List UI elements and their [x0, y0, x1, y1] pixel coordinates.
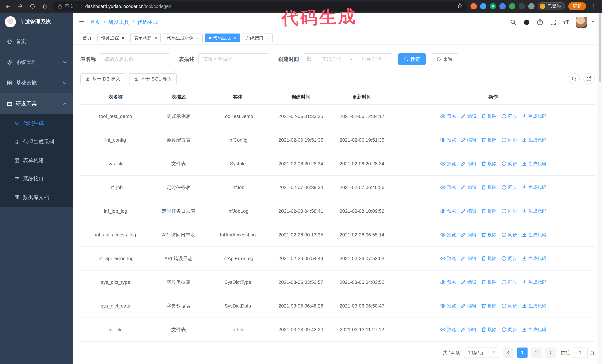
sidebar-toggle-button[interactable]: [79, 19, 85, 26]
import-sql-button[interactable]: 基于 SQL 导入: [129, 73, 177, 84]
security-indicator[interactable]: 不安全: [57, 3, 78, 9]
extension-icon[interactable]: [528, 3, 535, 10]
extension-icon[interactable]: [471, 3, 477, 10]
sidebar-item-dev-tools[interactable]: 研发工具: [0, 93, 73, 114]
page-size-select[interactable]: 10条/页: [464, 348, 499, 358]
trash-action-link[interactable]: 删除: [481, 113, 497, 119]
edit-action-link[interactable]: 编辑: [460, 327, 476, 333]
edit-action-link[interactable]: 编辑: [460, 161, 476, 167]
sidebar-item-home[interactable]: 首页: [0, 31, 73, 52]
home-button[interactable]: [40, 2, 49, 11]
sidebar-item-api[interactable]: 系统接口: [0, 170, 73, 188]
back-button[interactable]: [4, 2, 13, 11]
sidebar-item-codegen-example[interactable]: 代码生成示例: [0, 133, 73, 151]
trash-action-link[interactable]: 删除: [481, 184, 497, 190]
sync-action-link[interactable]: 同步: [501, 208, 517, 214]
download-action-link[interactable]: 生成代码: [521, 327, 546, 333]
close-icon[interactable]: ×: [266, 36, 269, 40]
scrollbar[interactable]: [598, 13, 602, 364]
edit-action-link[interactable]: 编辑: [460, 303, 476, 309]
eye-action-link[interactable]: 预览: [440, 303, 456, 309]
scrollbar-thumb[interactable]: [599, 13, 601, 82]
page-button-2[interactable]: 2: [531, 348, 542, 358]
download-action-link[interactable]: 生成代码: [521, 232, 546, 238]
download-action-link[interactable]: 生成代码: [521, 256, 546, 261]
extension-icon[interactable]: [499, 3, 506, 10]
sync-action-link[interactable]: 同步: [501, 279, 517, 285]
eye-action-link[interactable]: 预览: [440, 113, 456, 119]
next-page-button[interactable]: [545, 348, 556, 358]
eye-action-link[interactable]: 预览: [440, 327, 456, 333]
sync-action-link[interactable]: 同步: [501, 303, 517, 309]
import-db-button[interactable]: 基于 DB 导入: [80, 73, 125, 84]
edit-action-link[interactable]: 编辑: [460, 137, 476, 143]
tab-codegen[interactable]: 代码生成×: [205, 33, 240, 42]
trash-action-link[interactable]: 删除: [481, 161, 497, 167]
eye-action-link[interactable]: 预览: [440, 161, 456, 167]
search-button[interactable]: 搜索: [398, 53, 426, 65]
download-action-link[interactable]: 生成代码: [521, 137, 546, 143]
sync-action-link[interactable]: 同步: [501, 137, 517, 143]
trash-action-link[interactable]: 删除: [481, 303, 497, 309]
help-icon[interactable]: [537, 19, 543, 26]
eye-action-link[interactable]: 预览: [440, 208, 456, 214]
trash-action-link[interactable]: 删除: [481, 279, 497, 285]
end-date-input[interactable]: 结束日期: [354, 56, 388, 62]
paused-badge[interactable]: 已暂停: [538, 2, 565, 10]
reset-button[interactable]: 重置: [431, 53, 458, 65]
reload-button[interactable]: [28, 2, 37, 11]
toggle-search-button[interactable]: [569, 73, 580, 84]
trash-action-link[interactable]: 删除: [481, 232, 497, 238]
tab-home[interactable]: 首页: [79, 33, 95, 42]
edit-action-link[interactable]: 编辑: [460, 232, 476, 238]
sidebar-item-db-doc[interactable]: 数据库文档: [0, 188, 73, 207]
font-size-icon[interactable]: TT: [563, 19, 570, 25]
date-range-picker[interactable]: 开始日期 - 结束日期: [303, 53, 392, 65]
sidebar-item-infra[interactable]: 基础设施: [0, 73, 73, 93]
trash-action-link[interactable]: 删除: [481, 137, 497, 143]
prev-page-button[interactable]: [503, 348, 514, 358]
browser-menu-button[interactable]: [589, 2, 598, 11]
start-date-input[interactable]: 开始日期: [314, 56, 348, 62]
eye-action-link[interactable]: 预览: [440, 256, 456, 261]
breadcrumb-dev-tools[interactable]: 研发工具: [108, 19, 129, 26]
bookmark-star-button[interactable]: [457, 3, 463, 10]
edit-action-link[interactable]: 编辑: [460, 113, 476, 119]
close-icon[interactable]: ×: [196, 36, 199, 40]
trash-action-link[interactable]: 删除: [481, 256, 497, 261]
app-logo[interactable]: 芋道管理系统: [0, 13, 73, 31]
sync-action-link[interactable]: 同步: [501, 161, 517, 167]
download-action-link[interactable]: 生成代码: [521, 279, 546, 285]
header-search-icon[interactable]: [510, 19, 516, 26]
tab-form-build[interactable]: 表单构建×: [130, 33, 161, 42]
close-icon[interactable]: ×: [233, 36, 236, 40]
download-action-link[interactable]: 生成代码: [521, 208, 546, 214]
eye-action-link[interactable]: 预览: [440, 184, 456, 190]
close-icon[interactable]: ×: [154, 36, 157, 40]
edit-action-link[interactable]: 编辑: [460, 208, 476, 214]
extension-icon[interactable]: [509, 3, 515, 10]
goto-page-input[interactable]: [573, 348, 588, 358]
page-button-1[interactable]: 1: [517, 348, 527, 358]
eye-action-link[interactable]: 预览: [440, 232, 456, 238]
chrome-update-button[interactable]: 更新: [568, 2, 586, 10]
eye-action-link[interactable]: 预览: [440, 137, 456, 143]
edit-action-link[interactable]: 编辑: [460, 184, 476, 190]
tab-trace[interactable]: 链路追踪×: [97, 33, 128, 42]
extension-icon[interactable]: V: [490, 3, 496, 10]
user-menu[interactable]: [576, 17, 596, 28]
sidebar-item-system[interactable]: 系统管理: [0, 52, 73, 73]
edit-action-link[interactable]: 编辑: [460, 256, 476, 261]
download-action-link[interactable]: 生成代码: [521, 184, 546, 190]
table-desc-input[interactable]: [198, 53, 269, 65]
breadcrumb-home[interactable]: 首页: [90, 19, 100, 26]
table-name-input[interactable]: [100, 53, 170, 65]
sync-action-link[interactable]: 同步: [501, 184, 517, 190]
extension-icon[interactable]: [519, 3, 525, 10]
download-action-link[interactable]: 生成代码: [521, 303, 546, 309]
close-icon[interactable]: ×: [121, 36, 124, 40]
github-icon[interactable]: [523, 19, 530, 26]
sync-action-link[interactable]: 同步: [501, 232, 517, 238]
sidebar-item-codegen[interactable]: 代码生成: [0, 114, 73, 133]
forward-button[interactable]: [16, 2, 25, 11]
